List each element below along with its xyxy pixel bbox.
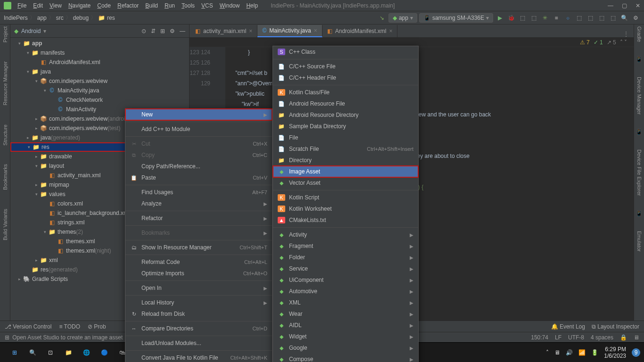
breadcrumb-item[interactable]: app — [37, 15, 47, 21]
tree-row[interactable]: ©CheckNetwork — [10, 95, 189, 105]
tree-row[interactable]: ▾📁java — [10, 67, 189, 76]
warning-badge[interactable]: ⚠ 7 — [580, 39, 590, 46]
menu-item-activity[interactable]: ◆Activity▶ — [273, 229, 418, 240]
menu-item-scratch-file[interactable]: 📄Scratch FileCtrl+Alt+Shift+Insert — [273, 143, 418, 155]
settings-icon[interactable]: ⚙ — [631, 13, 640, 23]
menu-item-convert-java-file-to-kotlin-file[interactable]: Convert Java File to Kotlin FileCtrl+Alt… — [125, 352, 272, 362]
task-view[interactable]: ⊡ — [43, 346, 58, 360]
device-file-icon[interactable]: 📱 — [636, 129, 643, 135]
layout-inspector-button[interactable]: ⧉ Layout Inspector — [592, 323, 639, 330]
menu-item-automotive[interactable]: ◆Automotive▶ — [273, 286, 418, 297]
ok-badge[interactable]: ✓ 1 — [594, 39, 603, 46]
debug-icon[interactable]: 🐞 — [506, 13, 516, 23]
menu-vcs[interactable]: VCS — [198, 2, 216, 9]
menu-item-wear[interactable]: ◆Wear▶ — [273, 308, 418, 320]
menu-navigate[interactable]: Navigate — [65, 2, 94, 9]
task-chrome[interactable]: 🔵 — [97, 346, 111, 360]
menu-file[interactable]: File — [14, 2, 30, 9]
task-edge[interactable]: 🌐 — [79, 346, 93, 360]
start-button[interactable]: ⊞ — [8, 346, 22, 360]
menu-item-analyze[interactable]: Analyze▶ — [125, 198, 272, 209]
run-config-dropdown[interactable]: ◆app ▾ — [388, 13, 417, 23]
menu-item-kotlin-script[interactable]: KKotlin Script — [273, 192, 418, 203]
menu-item-widget[interactable]: ◆Widget▶ — [273, 331, 418, 342]
info-badge[interactable]: ↗ 5 — [607, 39, 616, 46]
breadcrumb-item[interactable]: res — [107, 15, 115, 21]
breadcrumb-item[interactable]: debug — [73, 15, 89, 21]
more2-icon[interactable]: ⬚ — [608, 13, 618, 23]
menu-item-paste[interactable]: 📋PasteCtrl+V — [125, 172, 272, 183]
menu-item-fragment[interactable]: ◆Fragment▶ — [273, 240, 418, 252]
more1-icon[interactable]: ⬚ — [597, 13, 606, 23]
menu-window[interactable]: Window — [216, 2, 243, 9]
sdk-icon[interactable]: ⬚ — [586, 13, 595, 23]
avd-icon[interactable]: ⬚ — [574, 13, 584, 23]
windows-icon[interactable]: ⊞ — [5, 334, 9, 341]
editor-tab[interactable]: ◧activity_main.xml× — [190, 25, 257, 37]
menu-item-open-in[interactable]: Open In▶ — [125, 282, 272, 294]
menu-item-file[interactable]: 📄File — [273, 132, 418, 143]
status-line-sep[interactable]: LF — [555, 334, 561, 341]
stop-icon[interactable]: ■ — [552, 13, 561, 23]
menu-item-compare-directories[interactable]: ↔Compare DirectoriesCtrl+D — [125, 323, 272, 334]
menu-item-new[interactable]: New▶ — [125, 109, 272, 120]
menu-item-kotlin-worksheet[interactable]: KKotlin Worksheet — [273, 203, 418, 214]
maximize-button[interactable]: ▢ — [622, 2, 627, 9]
tray-expand-icon[interactable]: ˄ — [546, 349, 549, 356]
menu-item-android-resource-file[interactable]: 📄Android Resource File — [273, 98, 418, 109]
menu-edit[interactable]: Edit — [30, 2, 46, 9]
status-indent[interactable]: 4 spaces — [591, 334, 613, 341]
lock-icon[interactable]: 🔒 — [620, 334, 627, 341]
menu-item-c-c-header-file[interactable]: 📄C/C++ Header File — [273, 72, 418, 83]
menu-item-image-asset[interactable]: ◆Image Asset — [273, 166, 418, 177]
menu-tools[interactable]: Tools — [178, 2, 198, 9]
menu-item-add-c-to-module[interactable]: Add C++ to Module — [125, 123, 272, 135]
tray-battery-icon[interactable]: 🔋 — [591, 349, 598, 356]
tabs-more-icon[interactable]: ⋮ — [619, 31, 634, 37]
todo-button[interactable]: ≡ TODO — [59, 323, 80, 330]
project-tool-button[interactable]: Project — [2, 26, 8, 42]
tree-row[interactable]: ▾📁app — [10, 39, 189, 48]
menu-item-compose[interactable]: ◆Compose▶ — [273, 354, 418, 362]
tray-wifi-icon[interactable]: 📶 — [578, 349, 586, 356]
menu-item-service[interactable]: ◆Service▶ — [273, 263, 418, 274]
emulator-icon[interactable]: 📱 — [636, 210, 643, 217]
menu-item-c-c-source-file[interactable]: 📄C/C++ Source File — [273, 61, 418, 72]
tree-gear-icon[interactable]: ⚙ — [170, 28, 175, 34]
menu-item-refactor[interactable]: Refactor▶ — [125, 213, 272, 224]
menu-item-optimize-imports[interactable]: Optimize ImportsCtrl+Alt+O — [125, 268, 272, 279]
hammer-icon[interactable]: ↘ — [377, 13, 387, 23]
menu-item-directory[interactable]: 📁Directory — [273, 155, 418, 166]
editor-tab[interactable]: ©MainActivity.java× — [257, 25, 322, 37]
tree-row[interactable]: ▾©MainActivity.java — [10, 86, 189, 95]
menu-view[interactable]: View — [46, 2, 65, 9]
menu-item-uicomponent[interactable]: ◆UiComponent▶ — [273, 274, 418, 286]
bookmarks-tool-button[interactable]: Bookmarks — [2, 164, 8, 190]
breadcrumb-item[interactable]: IndiePers — [4, 15, 28, 21]
emulator-tool-button[interactable]: Emulator — [636, 231, 642, 252]
coverage-icon[interactable]: ⬚ — [529, 13, 538, 23]
device-dropdown[interactable]: 📱samsung SM-A336E ▾ — [419, 13, 493, 23]
search-icon[interactable]: 🔍 — [619, 13, 629, 23]
menu-item-vector-asset[interactable]: ◆Vector Asset — [273, 177, 418, 189]
problems-button[interactable]: ⊘ Prob — [88, 323, 106, 330]
menu-item-find-usages[interactable]: Find UsagesAlt+F7 — [125, 187, 272, 198]
task-explorer[interactable]: 📁 — [61, 346, 75, 360]
menu-item-copy-path-reference-[interactable]: Copy Path/Reference... — [125, 161, 272, 172]
tray-notification-badge[interactable]: 9 — [632, 348, 640, 357]
sync-icon[interactable]: ⟐ — [563, 13, 572, 23]
menu-build[interactable]: Build — [142, 2, 161, 9]
menu-item-reformat-code[interactable]: Reformat CodeCtrl+Alt+L — [125, 256, 272, 268]
breadcrumb-item[interactable]: src — [56, 15, 64, 21]
status-position[interactable]: 150:74 — [531, 334, 548, 341]
run-icon[interactable]: ▶ — [495, 13, 504, 23]
close-button[interactable]: ✕ — [636, 2, 640, 9]
tree-mode-label[interactable]: Android — [21, 28, 41, 34]
tray-volume-icon[interactable]: 🔊 — [566, 349, 573, 356]
menu-item-show-in-resource-manager[interactable]: 🗂Show In Resource ManagerCtrl+Shift+T — [125, 242, 272, 253]
version-control-button[interactable]: ⎇ Version Control — [5, 323, 51, 330]
device-manager-icon[interactable]: 📱 — [636, 56, 643, 63]
menu-item-kotlin-class-file[interactable]: KKotlin Class/File — [273, 87, 418, 98]
editor-tab[interactable]: ◧AndroidManifest.xml× — [322, 25, 398, 37]
event-log-button[interactable]: 🔔 Event Log — [551, 323, 585, 330]
